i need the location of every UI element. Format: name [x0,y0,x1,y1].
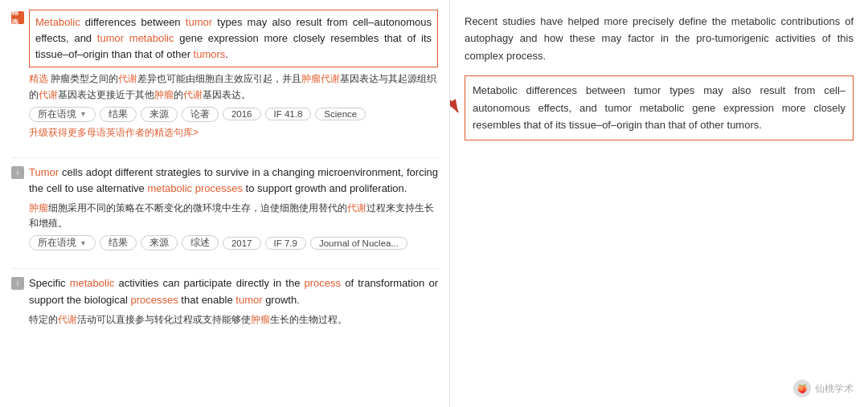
chinese-translation-2: 肿瘤细胞采用不同的策略在不断变化的微环境中生存，迫使细胞使用替代的代谢过程来支持… [29,201,438,231]
tag-source-2[interactable]: 来源 [141,235,178,250]
tag-if-2: IF 7.9 [265,237,306,250]
right-intro-text: Recent studies have helped more precisel… [465,13,854,64]
upgrade-link[interactable]: 升级获得更多母语英语作者的精选句库> [29,126,438,140]
result-item-2: i Tumor cells adopt different strategies… [11,165,438,251]
tag-result-1[interactable]: 结果 [100,107,137,122]
dropdown-arrow-2: ▼ [80,239,87,247]
word-metabolic-3: metabolic [70,277,115,289]
watermark-text: 仙桃学术 [815,382,854,396]
item-icon-1: 精选 [11,11,24,24]
tag-context-2[interactable]: 所在语境 ▼ [29,235,96,250]
tag-type-1[interactable]: 论著 [182,107,219,122]
item-icon-3: i [11,277,24,290]
chinese-translation-1: 精选 肿瘤类型之间的代谢差异也可能由细胞自主效应引起，并且肿瘤代谢基因表达与其起… [29,71,438,102]
tag-journal-1[interactable]: Science [315,108,366,120]
tag-context-1[interactable]: 所在语境 ▼ [29,107,96,122]
watermark: 🍑 仙桃学术 [793,380,854,397]
result-item-1: 精选 Metabolic differences between tumor t… [11,10,438,140]
result-text-3[interactable]: Specific metabolic activities can partic… [29,275,438,307]
word-process-1: process [305,277,342,289]
tag-year-1: 2016 [223,108,261,120]
tag-result-2[interactable]: 结果 [100,235,137,250]
right-panel: Recent studies have helped more precisel… [450,0,868,407]
hl-dx-4: 代谢 [347,202,366,214]
word-metabolic-1: Metabolic [35,16,80,28]
watermark-icon: 🍑 [793,380,811,397]
tag-if-1: IF 41.8 [265,108,312,120]
tag-year-2: 2017 [223,237,261,250]
divider-1 [11,157,438,158]
hl-dx-5: 代谢 [58,314,77,325]
app-container: 精选 Metabolic differences between tumor t… [0,0,868,407]
word-tumor-metabolic-1: tumor metabolic [97,32,174,44]
result-item-1-header: 精选 Metabolic differences between tumor t… [11,10,438,67]
word-metabolic-processes: metabolic processes [147,182,243,194]
tag-source-1[interactable]: 来源 [141,107,178,122]
word-tumors-1: tumors [194,48,226,60]
word-processes-2: processes [130,294,178,306]
tag-journal-2[interactable]: Journal of Nuclea... [310,237,407,250]
word-tumor-3: tumor [235,294,262,306]
label-jingxuan: 精选 [29,73,48,84]
result-item-3-header: i Specific metabolic activities can part… [11,275,438,307]
tag-row-2: 所在语境 ▼ 结果 来源 综述 2017 IF 7.9 Journal of N… [29,235,438,250]
result-item-2-header: i Tumor cells adopt different strategies… [11,165,438,197]
connector-arrow [450,64,466,128]
right-highlighted-text[interactable]: Metabolic differences between tumor type… [465,75,854,140]
result-text-1[interactable]: Metabolic differences between tumor type… [29,10,438,67]
hl-dx-3: 代谢 [183,89,203,100]
hl-zl-3: 肿瘤 [29,202,48,214]
hl-zl-2: 肿瘤 [154,89,174,100]
dropdown-arrow-1: ▼ [80,110,87,118]
result-text-2[interactable]: Tumor cells adopt different strategies t… [29,165,438,197]
item-icon-2: i [11,166,24,179]
chinese-translation-3: 特定的代谢活动可以直接参与转化过程或支持能够使肿瘤生长的生物过程。 [29,312,438,328]
word-tumor-1: tumor [186,16,212,28]
hl-zl-1: 肿瘤代谢 [301,73,340,84]
result-item-3: i Specific metabolic activities can part… [11,275,438,327]
hl-zl-4: 肿瘤 [251,314,270,325]
tag-type-2[interactable]: 综述 [182,235,219,250]
hl-daixin-1: 代谢 [118,73,137,84]
tag-row-1: 所在语境 ▼ 结果 来源 论著 2016 IF 41.8 Science [29,107,438,122]
divider-2 [11,268,438,269]
hl-dx-2: 代谢 [39,89,58,100]
left-panel: 精选 Metabolic differences between tumor t… [0,0,450,407]
word-tumor-2: Tumor [29,166,59,178]
